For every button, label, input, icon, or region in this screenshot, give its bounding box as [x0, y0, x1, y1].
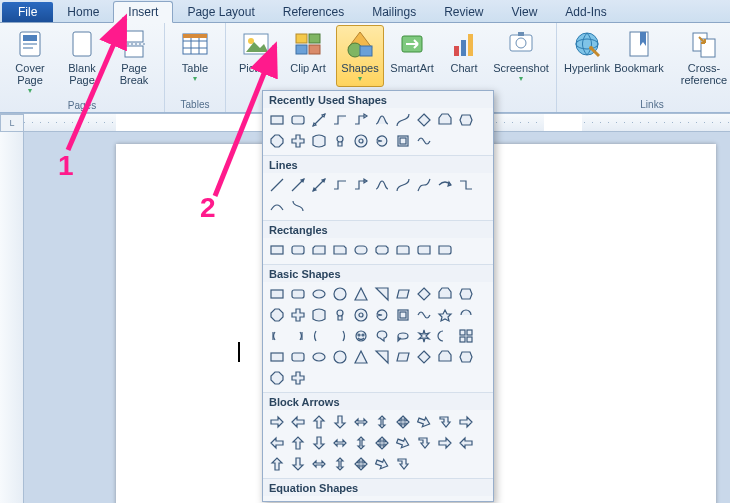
shape-item[interactable]	[330, 347, 350, 367]
shape-item[interactable]	[330, 326, 350, 346]
shape-item[interactable]	[456, 347, 476, 367]
shape-item[interactable]	[330, 110, 350, 130]
shape-item[interactable]	[372, 412, 392, 432]
shape-item[interactable]	[267, 433, 287, 453]
shape-item[interactable]	[267, 284, 287, 304]
tab-insert[interactable]: Insert	[113, 1, 173, 23]
shape-item[interactable]	[393, 175, 413, 195]
shape-item[interactable]	[393, 454, 413, 474]
shape-item[interactable]	[414, 110, 434, 130]
tab-page-layout[interactable]: Page Layout	[173, 2, 268, 22]
shape-item[interactable]	[435, 175, 455, 195]
shape-item[interactable]	[288, 240, 308, 260]
shape-item[interactable]	[393, 110, 413, 130]
shape-item[interactable]	[288, 175, 308, 195]
shape-item[interactable]	[288, 347, 308, 367]
shape-item[interactable]	[309, 412, 329, 432]
shape-item[interactable]	[414, 284, 434, 304]
shape-item[interactable]	[456, 305, 476, 325]
page-break-button[interactable]: Page Break	[110, 25, 158, 89]
shape-item[interactable]	[372, 110, 392, 130]
shape-item[interactable]	[330, 175, 350, 195]
shapes-button[interactable]: Shapes▾	[336, 25, 384, 87]
shape-item[interactable]	[372, 433, 392, 453]
shape-item[interactable]	[267, 110, 287, 130]
shape-item[interactable]	[267, 347, 287, 367]
shape-item[interactable]	[372, 326, 392, 346]
shape-item[interactable]	[351, 454, 371, 474]
shape-item[interactable]	[330, 412, 350, 432]
bookmark-button[interactable]: Bookmark	[615, 25, 663, 77]
shape-item[interactable]	[456, 326, 476, 346]
shape-item[interactable]	[267, 131, 287, 151]
shape-item[interactable]	[351, 347, 371, 367]
shape-item[interactable]	[435, 433, 455, 453]
shape-item[interactable]	[414, 412, 434, 432]
shape-item[interactable]	[372, 305, 392, 325]
shape-item[interactable]	[267, 412, 287, 432]
picture-button[interactable]: Picture	[232, 25, 280, 77]
shape-item[interactable]	[309, 131, 329, 151]
shape-item[interactable]	[393, 412, 413, 432]
shape-item[interactable]	[330, 305, 350, 325]
shape-item[interactable]	[288, 326, 308, 346]
shape-item[interactable]	[309, 240, 329, 260]
shape-item[interactable]	[351, 305, 371, 325]
tab-add-ins[interactable]: Add-Ins	[551, 2, 620, 22]
shape-item[interactable]	[435, 305, 455, 325]
shape-item[interactable]	[414, 131, 434, 151]
tab-review[interactable]: Review	[430, 2, 497, 22]
shape-item[interactable]	[288, 368, 308, 388]
shapes-gallery[interactable]: Recently Used ShapesLinesRectanglesBasic…	[262, 90, 494, 502]
shape-item[interactable]	[288, 110, 308, 130]
shape-item[interactable]	[435, 110, 455, 130]
shape-item[interactable]	[351, 110, 371, 130]
shape-item[interactable]	[330, 498, 350, 502]
cover-page-button[interactable]: Cover Page▾	[6, 25, 54, 99]
shape-item[interactable]	[393, 347, 413, 367]
shape-item[interactable]	[309, 347, 329, 367]
shape-item[interactable]	[309, 305, 329, 325]
shape-item[interactable]	[267, 454, 287, 474]
cross-reference-button[interactable]: Cross-reference	[667, 25, 730, 89]
shape-item[interactable]	[372, 284, 392, 304]
shape-item[interactable]	[351, 284, 371, 304]
screenshot-button[interactable]: Screenshot▾	[492, 25, 550, 87]
chart-button[interactable]: Chart	[440, 25, 488, 77]
shape-item[interactable]	[288, 305, 308, 325]
hyperlink-button[interactable]: Hyperlink	[563, 25, 611, 77]
shape-item[interactable]	[393, 433, 413, 453]
shape-item[interactable]	[456, 412, 476, 432]
shape-item[interactable]	[309, 110, 329, 130]
shape-item[interactable]	[351, 131, 371, 151]
tab-mailings[interactable]: Mailings	[358, 2, 430, 22]
shape-item[interactable]	[309, 326, 329, 346]
shape-item[interactable]	[267, 326, 287, 346]
shape-item[interactable]	[267, 175, 287, 195]
shape-item[interactable]	[414, 347, 434, 367]
shape-item[interactable]	[414, 175, 434, 195]
shape-item[interactable]	[393, 305, 413, 325]
shape-item[interactable]	[288, 131, 308, 151]
shape-item[interactable]	[351, 240, 371, 260]
shape-item[interactable]	[393, 326, 413, 346]
shape-item[interactable]	[351, 412, 371, 432]
shape-item[interactable]	[288, 196, 308, 216]
shape-item[interactable]	[456, 433, 476, 453]
shape-item[interactable]	[414, 326, 434, 346]
shape-item[interactable]	[435, 240, 455, 260]
shape-item[interactable]	[393, 131, 413, 151]
shape-item[interactable]	[351, 433, 371, 453]
shape-item[interactable]	[267, 368, 287, 388]
shape-item[interactable]	[288, 454, 308, 474]
shape-item[interactable]	[414, 433, 434, 453]
shape-item[interactable]	[456, 175, 476, 195]
shape-item[interactable]	[330, 131, 350, 151]
shape-item[interactable]	[393, 240, 413, 260]
shape-item[interactable]	[330, 240, 350, 260]
shape-item[interactable]	[393, 284, 413, 304]
shape-item[interactable]	[351, 175, 371, 195]
tab-view[interactable]: View	[498, 2, 552, 22]
blank-page-button[interactable]: Blank Page	[58, 25, 106, 89]
shape-item[interactable]	[267, 196, 287, 216]
